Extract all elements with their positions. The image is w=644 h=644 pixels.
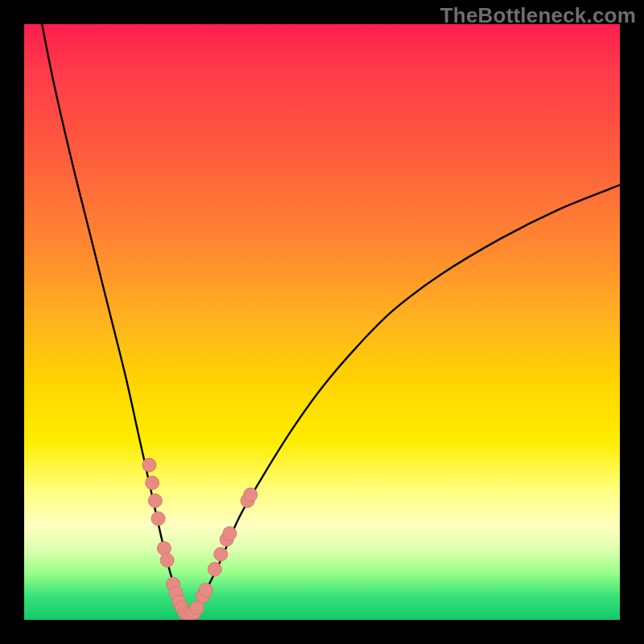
chart-stage: TheBottleneck.com [0, 0, 644, 644]
curve-marker [214, 547, 228, 561]
curve-marker [148, 494, 162, 508]
curve-marker [223, 526, 237, 540]
curve-svg [24, 24, 620, 620]
curve-marker [244, 488, 258, 502]
curve-marker [208, 563, 221, 576]
bottleneck-curve [42, 24, 620, 616]
curve-marker [160, 554, 174, 568]
plot-area [24, 24, 620, 620]
curve-marker [199, 584, 213, 597]
curve-marker [151, 512, 165, 526]
curve-marker [142, 458, 156, 472]
curve-marker [157, 542, 171, 555]
marker-layer [142, 458, 258, 620]
curve-marker [146, 476, 159, 489]
